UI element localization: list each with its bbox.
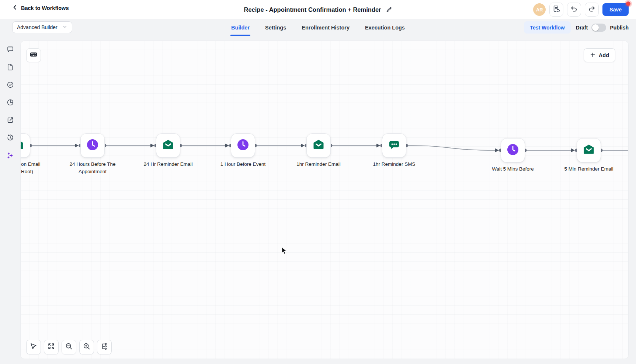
left-icon-rail: [0, 36, 20, 364]
publish-toggle[interactable]: [591, 24, 606, 32]
rail-check-circle-icon[interactable]: [3, 78, 17, 92]
undo-button[interactable]: [567, 3, 581, 17]
clock-icon: [86, 138, 100, 153]
test-workflow-button[interactable]: Test Workflow: [524, 21, 570, 34]
pie-chart-icon: [6, 98, 14, 108]
avatar[interactable]: AR: [533, 3, 546, 16]
zoom-out-icon: [65, 342, 73, 352]
undo-icon: [570, 5, 578, 14]
email-icon: [20, 138, 25, 153]
wait-24h-node-label: 24 Hours Before The Appointment: [59, 161, 126, 176]
chat-icon: [6, 45, 14, 55]
tab-builder[interactable]: Builder: [231, 19, 250, 36]
add-node-button[interactable]: Add: [584, 48, 615, 62]
rail-ai-sparkles-icon[interactable]: [3, 149, 17, 163]
workflow-edges: [21, 41, 629, 359]
confirmation-email-node[interactable]: [20, 133, 30, 158]
redo-button[interactable]: [585, 3, 599, 17]
fit-view-button[interactable]: [44, 340, 59, 354]
draft-label: Draft: [576, 25, 588, 31]
ai-sparkles-icon: [6, 151, 14, 161]
check-circle-icon: [6, 81, 14, 90]
auto-layout-icon: [100, 342, 108, 352]
wait-1h-node[interactable]: [231, 133, 255, 158]
tab-execution-logs[interactable]: Execution Logs: [365, 19, 405, 36]
email-24h-node[interactable]: [156, 133, 180, 158]
rail-history-icon[interactable]: [3, 132, 17, 146]
unsaved-changes-dot: [626, 1, 630, 6]
wait-5m-node[interactable]: [501, 138, 525, 162]
document-restore-icon: [552, 5, 560, 14]
rail-pie-chart-icon[interactable]: [3, 96, 17, 110]
email-icon: [161, 138, 175, 153]
plus-icon: [590, 52, 595, 59]
back-label: Back to Workflows: [21, 5, 69, 11]
email-1h-node[interactable]: [306, 133, 331, 158]
save-button[interactable]: Save: [602, 3, 629, 16]
wait-1h-node-label: 1 Hour Before Event: [210, 161, 276, 168]
edit-title-pencil-icon[interactable]: [386, 6, 392, 13]
zoom-in-button[interactable]: [79, 340, 94, 354]
keyboard-icon: [29, 50, 38, 60]
auto-layout-button[interactable]: [97, 340, 112, 354]
rail-file-icon[interactable]: [3, 61, 17, 75]
sms-1h-node[interactable]: [382, 133, 406, 158]
top-header: Back to Workflows Recipe - Appointment C…: [0, 0, 636, 19]
file-icon: [6, 63, 14, 73]
workflow-canvas[interactable]: on Email Root)24 Hours Before The Appoin…: [20, 41, 629, 359]
tab-settings[interactable]: Settings: [265, 19, 286, 36]
sms-1h-node-label: 1hr Reminder SMS: [361, 161, 427, 168]
rail-external-link-icon[interactable]: [3, 114, 17, 128]
zoom-out-button[interactable]: [62, 340, 76, 354]
workflow-toolbar: Advanced Builder BuilderSettingsEnrollme…: [0, 19, 636, 36]
zoom-in-icon: [83, 342, 91, 352]
fit-view-icon: [47, 342, 55, 352]
keyboard-shortcuts-button[interactable]: [26, 48, 41, 62]
email-icon: [312, 138, 326, 153]
tab-enrollment-history[interactable]: Enrollment History: [302, 19, 350, 36]
history-icon: [6, 134, 14, 143]
publish-label: Publish: [610, 25, 629, 31]
chevron-left-icon: [12, 4, 18, 12]
email-5m-node[interactable]: [577, 138, 601, 162]
clock-icon: [506, 143, 520, 158]
wait-24h-node[interactable]: [80, 133, 105, 158]
email-1h-node-label: 1hr Reminder Email: [285, 161, 352, 168]
email-5m-node-label: 5 Min Reminder Email: [556, 165, 622, 173]
cursor-tool-icon: [29, 342, 38, 352]
rail-chat-icon[interactable]: [3, 43, 17, 57]
redo-icon: [588, 5, 596, 14]
external-link-icon: [6, 116, 14, 126]
wait-5m-node-label: Wait 5 Mins Before: [480, 165, 546, 173]
canvas-controls: [26, 340, 112, 354]
email-icon: [582, 143, 596, 158]
clock-icon: [236, 138, 250, 153]
page-title: Recipe - Appointment Confirmation + Remi…: [244, 6, 381, 13]
sms-icon: [387, 138, 401, 153]
back-to-workflows-button[interactable]: Back to Workflows: [12, 4, 69, 12]
version-history-button[interactable]: [549, 3, 563, 17]
email-24h-node-label: 24 Hr Reminder Email: [135, 161, 201, 168]
cursor-tool-button[interactable]: [26, 340, 41, 354]
